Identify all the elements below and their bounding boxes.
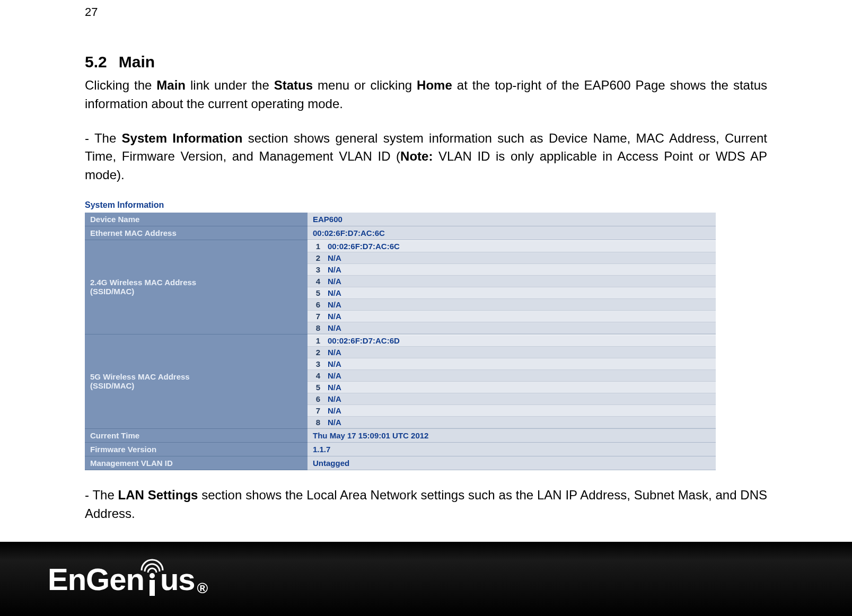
val: N/A	[324, 358, 716, 369]
idx: 2	[308, 346, 324, 358]
bold-home: Home	[417, 78, 452, 92]
list-item: 7N/A	[308, 404, 716, 416]
svg-point-0	[150, 573, 155, 578]
list-item: 5N/A	[308, 287, 716, 298]
idx: 4	[308, 275, 324, 287]
system-information-table: Device Name EAP600 Ethernet MAC Address …	[85, 212, 716, 470]
registered-trademark-icon: ®	[197, 580, 208, 597]
page-number: 27	[85, 5, 98, 19]
logo-text: EnGen us ®	[48, 561, 207, 597]
bold-status: Status	[274, 78, 313, 92]
idx: 4	[308, 369, 324, 381]
val: N/A	[324, 346, 716, 358]
row-value-cell: EAP600	[308, 212, 716, 226]
idx: 3	[308, 358, 324, 369]
text: - The	[85, 488, 118, 502]
val: N/A	[324, 404, 716, 416]
sysinfo-paragraph: - The System Information section shows g…	[85, 129, 767, 184]
idx: 8	[308, 322, 324, 333]
idx: 5	[308, 381, 324, 393]
val: 00:02:6F:D7:AC:6D	[324, 335, 716, 346]
list-item: 3N/A	[308, 263, 716, 275]
val: N/A	[324, 310, 716, 322]
wifi-icon	[139, 557, 165, 573]
val: N/A	[324, 322, 716, 333]
row-value-eth-mac: 00:02:6F:D7:AC:6C	[308, 226, 716, 240]
row-value-cell: 100:02:6F:D7:AC:6D 2N/A 3N/A 4N/A 5N/A 6…	[308, 334, 716, 428]
table-row: Management VLAN ID Untagged	[85, 456, 716, 470]
row-value-current-time: Thu May 17 15:09:01 UTC 2012	[308, 429, 716, 442]
logo-i-with-wifi-icon	[143, 563, 161, 597]
text: - The	[85, 131, 122, 145]
row-value-cell: 100:02:6F:D7:AC:6C 2N/A 3N/A 4N/A 5N/A 6…	[308, 240, 716, 334]
list-item: 8N/A	[308, 416, 716, 428]
idx: 1	[308, 335, 324, 346]
val: N/A	[324, 369, 716, 381]
table-row: Firmware Version 1.1.7	[85, 442, 716, 456]
table-row: Current Time Thu May 17 15:09:01 UTC 201…	[85, 428, 716, 442]
ssid-mac-list-24g: 100:02:6F:D7:AC:6C 2N/A 3N/A 4N/A 5N/A 6…	[308, 240, 716, 334]
bold-system-information: System Information	[122, 131, 243, 145]
val: N/A	[324, 263, 716, 275]
label-line2: (SSID/MAC)	[90, 287, 134, 296]
system-information-panel: System Information Device Name EAP600 Et…	[85, 200, 716, 470]
text: link under the	[186, 78, 274, 92]
intro-paragraph: Clicking the Main link under the Status …	[85, 76, 767, 113]
idx: 6	[308, 298, 324, 310]
label-line1: 5G Wireless MAC Address	[90, 372, 190, 381]
text: Clicking the	[85, 78, 156, 92]
row-value-cell: Untagged	[308, 456, 716, 470]
bold-note: Note:	[400, 149, 433, 163]
val: N/A	[324, 381, 716, 393]
system-information-title: System Information	[85, 200, 716, 210]
row-label-eth-mac: Ethernet MAC Address	[85, 226, 308, 240]
content-area: 5.2Main Clicking the Main link under the…	[85, 0, 767, 523]
row-value-cell: 1.1.7	[308, 442, 716, 456]
idx: 8	[308, 416, 324, 428]
logo-part2: us	[160, 561, 195, 597]
list-item: 2N/A	[308, 252, 716, 263]
table-row: Device Name EAP600	[85, 212, 716, 226]
engenius-logo: EnGen us ®	[48, 561, 207, 597]
idx: 2	[308, 252, 324, 263]
section-heading: 5.2Main	[85, 53, 767, 71]
val: N/A	[324, 252, 716, 263]
label-line2: (SSID/MAC)	[90, 381, 134, 390]
list-item: 100:02:6F:D7:AC:6D	[308, 335, 716, 346]
idx: 7	[308, 310, 324, 322]
val: N/A	[324, 393, 716, 404]
list-item: 4N/A	[308, 275, 716, 287]
table-row: Ethernet MAC Address 00:02:6F:D7:AC:6C	[85, 226, 716, 240]
row-label-firmware: Firmware Version	[85, 442, 308, 456]
ssid-mac-list-5g: 100:02:6F:D7:AC:6D 2N/A 3N/A 4N/A 5N/A 6…	[308, 335, 716, 428]
label-line1: 2.4G Wireless MAC Address	[90, 278, 196, 287]
val: N/A	[324, 275, 716, 287]
list-item: 7N/A	[308, 310, 716, 322]
row-label-vlan: Management VLAN ID	[85, 456, 308, 470]
row-label-5g-mac: 5G Wireless MAC Address (SSID/MAC)	[85, 334, 308, 428]
row-value-vlan: Untagged	[308, 456, 716, 470]
row-label-device-name: Device Name	[85, 212, 308, 226]
list-item: 6N/A	[308, 298, 716, 310]
logo-part1: EnGen	[48, 561, 144, 597]
row-value-firmware: 1.1.7	[308, 443, 716, 456]
heading-number: 5.2	[85, 53, 107, 71]
idx: 7	[308, 404, 324, 416]
idx: 5	[308, 287, 324, 298]
list-item: 4N/A	[308, 369, 716, 381]
idx: 3	[308, 263, 324, 275]
page: 27 5.2Main Clicking the Main link under …	[0, 0, 852, 616]
row-value-cell: Thu May 17 15:09:01 UTC 2012	[308, 428, 716, 442]
row-label-24g-mac: 2.4G Wireless MAC Address (SSID/MAC)	[85, 240, 308, 334]
val: N/A	[324, 287, 716, 298]
list-item: 8N/A	[308, 322, 716, 333]
row-label-current-time: Current Time	[85, 428, 308, 442]
table-row: 5G Wireless MAC Address (SSID/MAC) 100:0…	[85, 334, 716, 428]
row-value-cell: 00:02:6F:D7:AC:6C	[308, 226, 716, 240]
val: N/A	[324, 416, 716, 428]
list-item: 5N/A	[308, 381, 716, 393]
list-item: 100:02:6F:D7:AC:6C	[308, 240, 716, 252]
bold-main: Main	[156, 78, 186, 92]
lan-settings-paragraph: - The LAN Settings section shows the Loc…	[85, 486, 767, 523]
idx: 6	[308, 393, 324, 404]
